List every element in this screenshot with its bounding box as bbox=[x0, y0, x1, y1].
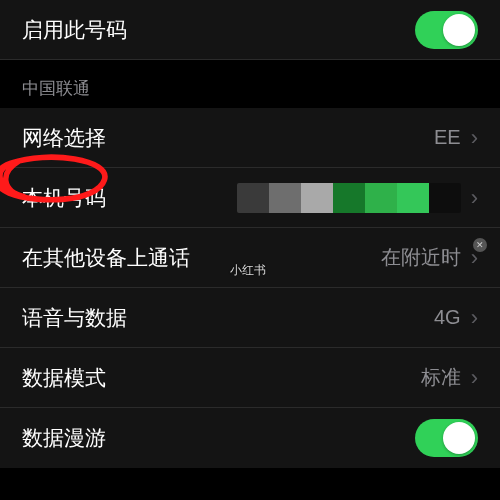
network-selection-value-wrap: EE › bbox=[434, 126, 478, 149]
chevron-right-icon: › bbox=[471, 247, 478, 269]
data-roaming-label: 数据漫游 bbox=[22, 424, 106, 452]
toggle-knob bbox=[443, 14, 475, 46]
voice-data-row[interactable]: 语音与数据 4G › bbox=[0, 288, 500, 348]
my-number-label: 本机号码 bbox=[22, 184, 106, 212]
data-roaming-toggle[interactable] bbox=[415, 419, 478, 457]
my-number-row[interactable]: 本机号码 › bbox=[0, 168, 500, 228]
my-number-mask bbox=[237, 183, 461, 213]
calls-other-devices-label: 在其他设备上通话 bbox=[22, 244, 190, 272]
voice-data-value-wrap: 4G › bbox=[434, 306, 478, 329]
chevron-right-icon: › bbox=[471, 127, 478, 149]
enable-number-toggle[interactable] bbox=[415, 11, 478, 49]
data-mode-row[interactable]: 数据模式 标准 › bbox=[0, 348, 500, 408]
network-selection-row[interactable]: 网络选择 EE › bbox=[0, 108, 500, 168]
data-roaming-row: 数据漫游 bbox=[0, 408, 500, 468]
enable-number-label: 启用此号码 bbox=[22, 16, 127, 44]
calls-other-devices-value: 在附近时 bbox=[381, 244, 461, 271]
data-mode-value: 标准 bbox=[421, 364, 461, 391]
network-selection-value: EE bbox=[434, 126, 461, 149]
voice-data-value: 4G bbox=[434, 306, 461, 329]
calls-other-devices-row[interactable]: 在其他设备上通话 在附近时 › bbox=[0, 228, 500, 288]
voice-data-label: 语音与数据 bbox=[22, 304, 127, 332]
enable-number-row: 启用此号码 bbox=[0, 0, 500, 60]
section-gap: 中国联通 bbox=[0, 60, 500, 108]
data-mode-value-wrap: 标准 › bbox=[421, 364, 478, 391]
my-number-value-wrap: › bbox=[237, 183, 478, 213]
chevron-right-icon: › bbox=[471, 307, 478, 329]
network-selection-label: 网络选择 bbox=[22, 124, 106, 152]
carrier-section-header: 中国联通 bbox=[0, 60, 500, 108]
chevron-right-icon: › bbox=[471, 367, 478, 389]
data-mode-label: 数据模式 bbox=[22, 364, 106, 392]
calls-other-devices-value-wrap: 在附近时 › bbox=[381, 244, 478, 271]
toggle-knob bbox=[443, 422, 475, 454]
chevron-right-icon: › bbox=[471, 187, 478, 209]
